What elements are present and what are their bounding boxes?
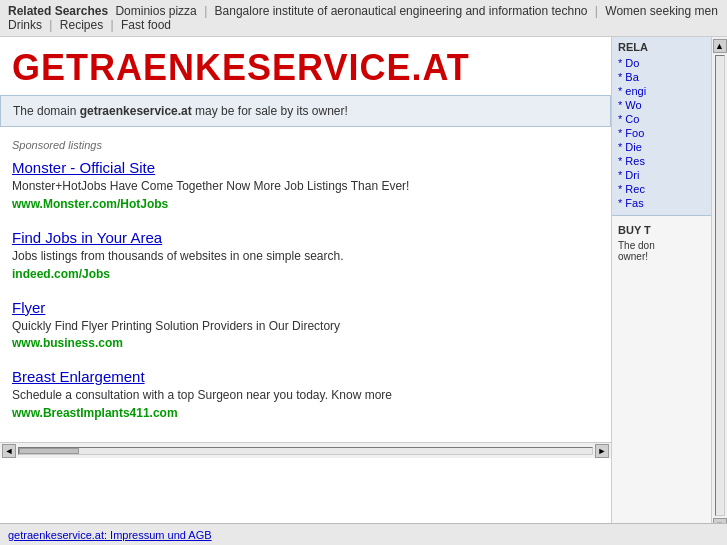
sidebar-related-header: RELA [618,41,705,53]
related-link-drinks[interactable]: Drinks [8,18,42,32]
scroll-left-arrow[interactable]: ◄ [2,444,16,458]
separator-4: | [111,18,114,32]
center-content: GETRAENKESERVICE.AT The domain getraenke… [0,37,611,534]
related-searches-label: Related Searches [8,4,108,18]
listing-breast-desc: Schedule a consultation with a top Surge… [12,387,599,404]
listing-indeed-desc: Jobs listings from thousands of websites… [12,248,599,265]
listing-monster-url-link[interactable]: www.Monster.com/HotJobs [12,197,168,211]
sidebar-link-foo[interactable]: Foo [618,127,705,139]
listing-indeed: Find Jobs in Your Area Jobs listings fro… [12,229,599,281]
related-link-fastfood[interactable]: Fast food [121,18,171,32]
separator-2: | [595,4,598,18]
related-link-dominios[interactable]: Dominios pizza [115,4,196,18]
listing-flyer-title[interactable]: Flyer [12,299,599,316]
related-link-recipes[interactable]: Recipes [60,18,103,32]
scroll-track[interactable] [18,447,593,455]
sidebar-link-engi[interactable]: engi [618,85,705,97]
center-scrollbar[interactable]: ◄ ► [0,442,611,458]
listing-indeed-link[interactable]: Find Jobs in Your Area [12,229,162,246]
sale-domain: getraenkeservice.at [80,104,192,118]
sidebar-link-dri[interactable]: Dri [618,169,705,181]
sidebar-buy-text2: owner! [618,251,705,262]
sidebar-scroll-up-arrow[interactable]: ▲ [713,39,727,53]
scroll-thumb[interactable] [19,448,79,454]
listing-flyer-link[interactable]: Flyer [12,299,45,316]
domain-title-area: GETRAENKESERVICE.AT [0,37,611,95]
sidebar-link-ba[interactable]: Ba [618,71,705,83]
status-bar-link[interactable]: getraenkeservice.at: Impressum und AGB [8,529,212,541]
listings-container: Monster - Official Site Monster+HotJobs … [0,155,611,442]
listing-breast-link[interactable]: Breast Enlargement [12,368,145,385]
related-link-bangalore[interactable]: Bangalore institute of aeronautical engi… [215,4,588,18]
right-scrollbar-area: ▲ ▼ [711,37,727,534]
scroll-right-arrow[interactable]: ► [595,444,609,458]
sidebar-link-rec[interactable]: Rec [618,183,705,195]
listing-monster-link[interactable]: Monster - Official Site [12,159,155,176]
domain-title: GETRAENKESERVICE.AT [12,47,599,89]
related-link-women[interactable]: Women seeking men [605,4,718,18]
sponsored-label: Sponsored listings [0,135,611,155]
sidebar-link-fas[interactable]: Fas [618,197,705,209]
listing-indeed-title[interactable]: Find Jobs in Your Area [12,229,599,246]
sidebar-scroll-track[interactable] [715,55,725,516]
listing-monster: Monster - Official Site Monster+HotJobs … [12,159,599,211]
listing-flyer: Flyer Quickly Find Flyer Printing Soluti… [12,299,599,351]
right-sidebar: RELA Do Ba engi Wo Co Foo Die Res Dri Re… [611,37,711,534]
listing-indeed-url-link[interactable]: indeed.com/Jobs [12,267,110,281]
listing-breast-url-link[interactable]: www.BreastImplants411.com [12,406,178,420]
listing-indeed-url[interactable]: indeed.com/Jobs [12,267,599,281]
listing-breast-title[interactable]: Breast Enlargement [12,368,599,385]
separator-1: | [204,4,207,18]
main-layout: GETRAENKESERVICE.AT The domain getraenke… [0,37,727,534]
listing-breast-url[interactable]: www.BreastImplants411.com [12,406,599,420]
listing-flyer-url-link[interactable]: www.business.com [12,336,123,350]
listing-breast: Breast Enlargement Schedule a consultati… [12,368,599,420]
sidebar-link-wo[interactable]: Wo [618,99,705,111]
sale-notice-suffix: may be for sale by its owner! [192,104,348,118]
separator-3: | [49,18,52,32]
sidebar-link-co[interactable]: Co [618,113,705,125]
listing-monster-title[interactable]: Monster - Official Site [12,159,599,176]
listing-flyer-desc: Quickly Find Flyer Printing Solution Pro… [12,318,599,335]
sidebar-link-die[interactable]: Die [618,141,705,153]
sale-notice-prefix: The domain [13,104,80,118]
listing-flyer-url[interactable]: www.business.com [12,336,599,350]
related-searches-bar: Related Searches Dominios pizza | Bangal… [0,0,727,37]
sale-notice: The domain getraenkeservice.at may be fo… [0,95,611,127]
sidebar-related: RELA Do Ba engi Wo Co Foo Die Res Dri Re… [612,37,711,216]
sidebar-link-res[interactable]: Res [618,155,705,167]
sidebar-buy-text1: The don [618,240,705,251]
status-bar: getraenkeservice.at: Impressum und AGB [0,523,727,545]
sidebar-buy: BUY T The don owner! [612,220,711,266]
sidebar-buy-header: BUY T [618,224,705,236]
listing-monster-desc: Monster+HotJobs Have Come Together Now M… [12,178,599,195]
sidebar-link-do[interactable]: Do [618,57,705,69]
listing-monster-url[interactable]: www.Monster.com/HotJobs [12,197,599,211]
